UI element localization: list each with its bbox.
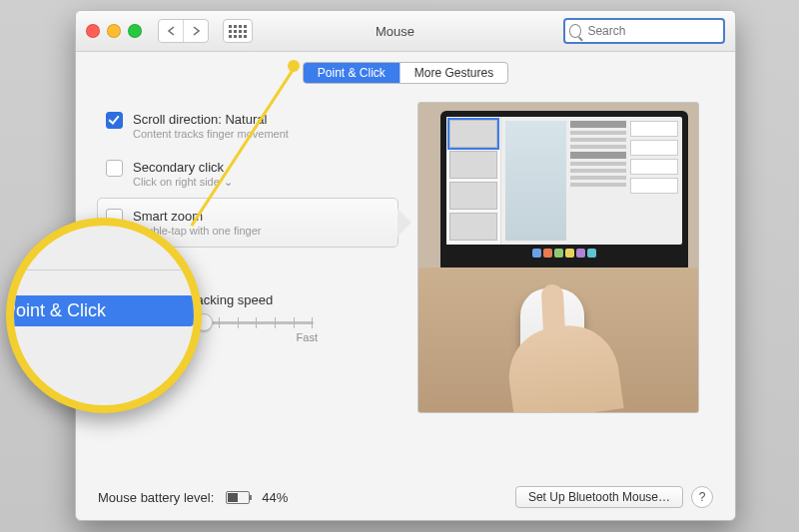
close-icon[interactable]	[86, 24, 100, 38]
battery-percent: 44%	[262, 490, 288, 505]
gesture-preview	[417, 102, 699, 413]
footer: Mouse battery level: 44% Set Up Bluetoot…	[98, 486, 713, 508]
slider-max-label: Fast	[297, 331, 318, 343]
option-scroll-direction[interactable]: Scroll direction: Natural Content tracks…	[98, 102, 398, 150]
help-button[interactable]: ?	[691, 486, 713, 508]
battery-label: Mouse battery level:	[98, 490, 214, 505]
option-subtitle: Content tracks finger movement	[133, 128, 289, 140]
search-icon	[569, 24, 581, 38]
tab-bar: Point & Click More Gestures	[76, 62, 735, 84]
callout-magnifier: Point & Click	[6, 218, 202, 413]
preview-monitor	[440, 111, 688, 272]
forward-button[interactable]	[183, 20, 208, 42]
callout-label: Point & Click	[6, 295, 194, 326]
zoom-icon[interactable]	[128, 24, 142, 38]
titlebar: Mouse	[76, 11, 735, 52]
window-controls	[86, 24, 142, 38]
option-title: Secondary click	[133, 160, 233, 175]
nav-back-forward	[158, 19, 209, 43]
checkbox-scroll-direction[interactable]	[106, 112, 123, 129]
setup-bluetooth-mouse-button[interactable]: Set Up Bluetooth Mouse…	[515, 486, 683, 508]
back-button[interactable]	[159, 20, 183, 42]
tab-point-click[interactable]: Point & Click	[304, 63, 400, 83]
checkbox-secondary-click[interactable]	[106, 160, 123, 177]
option-secondary-click[interactable]: Secondary click Click on right side⌄	[98, 150, 398, 199]
show-all-button[interactable]	[223, 19, 253, 43]
tab-more-gestures[interactable]: More Gestures	[400, 63, 507, 83]
chevron-down-icon: ⌄	[224, 176, 233, 188]
minimize-icon[interactable]	[107, 24, 121, 38]
battery-icon	[226, 491, 250, 504]
window-title: Mouse	[376, 24, 414, 39]
grid-icon	[229, 25, 247, 38]
search-input[interactable]	[585, 23, 719, 39]
search-field[interactable]	[563, 18, 725, 44]
